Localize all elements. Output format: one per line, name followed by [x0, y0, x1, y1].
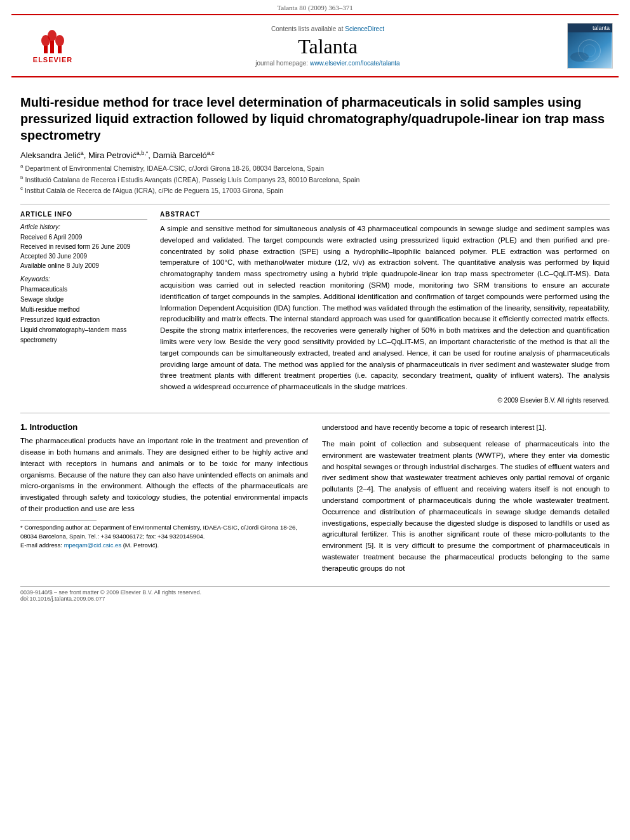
journal-header: ELSEVIER Contents lists available at Sci… — [11, 14, 619, 77]
email-link[interactable]: mpeqam@cid.csic.es — [64, 542, 121, 549]
footer-issn: 0039-9140/$ – see front matter © 2009 El… — [20, 589, 201, 596]
journal-title-area: Contents lists available at ScienceDirec… — [94, 20, 561, 71]
article-info-abstract-section: Article Info Article history: Received 6… — [20, 204, 610, 404]
abstract-col: ABSTRACT A simple and sensitive method f… — [160, 211, 610, 404]
journal-ref-text: Talanta 80 (2009) 363–371 — [277, 4, 352, 11]
sciencedirect-line: Contents lists available at ScienceDirec… — [271, 25, 384, 32]
article-body: Multi-residue method for trace level det… — [0, 77, 630, 404]
article-authors: Aleksandra Jelića, Mira Petrovića,b,*, D… — [20, 150, 610, 160]
affiliation-a: a Department of Environmental Chemistry,… — [20, 163, 610, 173]
journal-title: Talanta — [298, 35, 358, 58]
affiliation-c: c Institut Català de Recerca de l'Aigua … — [20, 185, 610, 195]
received-date: Received 6 April 2009 — [20, 232, 147, 242]
svg-rect-3 — [58, 46, 62, 53]
svg-rect-1 — [44, 46, 48, 53]
keyword-1: Pharmaceuticals — [20, 284, 147, 295]
abstract-label: ABSTRACT — [160, 211, 610, 220]
journal-cover-area: talanta — [561, 20, 619, 71]
intro-heading: 1. Introduction — [20, 422, 308, 432]
sciencedirect-link[interactable]: ScienceDirect — [345, 25, 384, 32]
section-divider — [20, 413, 610, 413]
article-history-label: Article history: — [20, 223, 147, 230]
svg-rect-7 — [567, 32, 612, 68]
accepted-date: Accepted 30 June 2009 — [20, 251, 147, 261]
keywords-group: Keywords: Pharmaceuticals Sewage sludge … — [20, 276, 147, 345]
svg-point-6 — [55, 35, 64, 46]
homepage-url[interactable]: www.elsevier.com/locate/talanta — [310, 60, 400, 67]
talanta-cover-image: talanta — [567, 23, 613, 69]
revised-date: Received in revised form 26 June 2009 — [20, 242, 147, 251]
main-content: 1. Introduction The pharmaceutical produ… — [0, 422, 630, 580]
elsevier-logo: ELSEVIER — [33, 28, 72, 63]
right-paragraph-2: The main point of collection and subsequ… — [322, 439, 610, 575]
email-attribution: (M. Petrović). — [123, 542, 159, 549]
journal-homepage: journal homepage: www.elsevier.com/locat… — [255, 60, 399, 67]
footnote-star: * Corresponding author at: Department of… — [20, 523, 308, 542]
elsevier-logo-area: ELSEVIER — [11, 20, 94, 71]
keywords-label: Keywords: — [20, 276, 147, 283]
keyword-2: Sewage sludge — [20, 295, 147, 305]
sciencedirect-prefix: Contents lists available at — [271, 25, 345, 32]
article-info-col: Article Info Article history: Received 6… — [20, 211, 147, 404]
elsevier-tree-icon — [39, 28, 67, 56]
right-paragraph-1: understood and have recently become a to… — [322, 422, 610, 434]
affil-sup-a: a — [81, 150, 84, 156]
footer-doi: doi:10.1016/j.talanta.2009.06.077 — [20, 596, 105, 602]
affiliation-b: b Institució Catalana de Recerca i Estud… — [20, 174, 610, 184]
keywords-list: Pharmaceuticals Sewage sludge Multi-resi… — [20, 284, 147, 345]
svg-point-10 — [570, 52, 589, 62]
intro-paragraph-1: The pharmaceutical products have an impo… — [20, 436, 308, 515]
affil-sup-ab: a,b, — [137, 150, 146, 156]
affiliations: a Department of Environmental Chemistry,… — [20, 163, 610, 195]
page: Talanta 80 (2009) 363–371 ELSEVIER — [0, 0, 630, 840]
affil-sup-ac: a,c — [207, 150, 215, 156]
footnote-divider — [20, 520, 97, 521]
keyword-3: Multi-residue method — [20, 305, 147, 315]
available-date: Available online 8 July 2009 — [20, 261, 147, 270]
footnote-email: E-mail address: mpeqam@cid.csic.es (M. P… — [20, 541, 308, 550]
journal-reference: Talanta 80 (2009) 363–371 — [0, 0, 630, 14]
article-title: Multi-residue method for trace level det… — [20, 94, 610, 143]
main-right-col: understood and have recently become a to… — [322, 422, 610, 580]
abstract-text: A simple and sensitive method for simult… — [160, 223, 610, 393]
cover-label: talanta — [568, 23, 612, 32]
homepage-prefix: journal homepage: — [255, 60, 310, 67]
footer-bar: 0039-9140/$ – see front matter © 2009 El… — [20, 586, 610, 602]
article-history: Article history: Received 6 April 2009 R… — [20, 223, 147, 270]
cover-art — [567, 32, 612, 68]
keyword-4: Pressurized liquid extraction — [20, 315, 147, 325]
svg-rect-2 — [50, 41, 54, 53]
main-left-col: 1. Introduction The pharmaceutical produ… — [20, 422, 308, 580]
svg-point-5 — [48, 30, 57, 41]
article-info-label: Article Info — [20, 211, 147, 220]
elsevier-wordmark: ELSEVIER — [33, 56, 72, 63]
copyright-line: © 2009 Elsevier B.V. All rights reserved… — [160, 397, 610, 404]
keyword-5: Liquid chromatography–tandem mass spectr… — [20, 325, 147, 345]
